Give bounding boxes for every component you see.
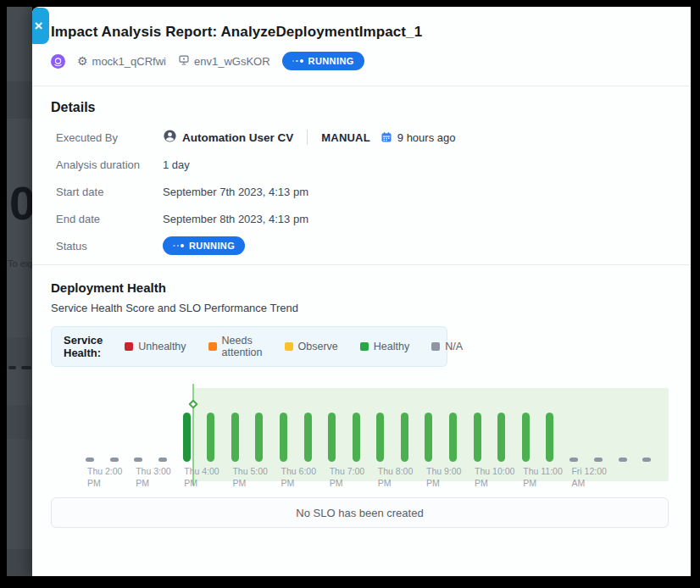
status-value: RUNNING — [163, 236, 245, 255]
end-date-value: September 8th 2023, 4:13 pm — [163, 213, 308, 225]
gear-icon: ⚙ — [77, 55, 88, 67]
x-axis-tick-label: Thu 5:00 PM — [232, 466, 267, 489]
start-date-row: Start date September 7th 2023, 4:13 pm — [51, 178, 669, 205]
legend-swatch — [125, 342, 133, 351]
user-avatar-icon — [163, 129, 177, 146]
details-heading: Details — [51, 100, 669, 115]
legend-item: Observe — [285, 341, 338, 352]
service-health-legend: Service Health: UnhealthyNeeds attention… — [51, 326, 447, 367]
executed-by-value: Automation User CV MANUAL 9 hours ago — [163, 129, 455, 146]
backdrop-band — [7, 81, 32, 119]
no-data-dash — [86, 458, 94, 462]
backdrop-band — [7, 405, 32, 439]
impact-analysis-drawer: × Impact Analysis Report: AnalyzeDeploym… — [32, 7, 691, 576]
page-backdrop: 0 To exp — [7, 7, 32, 576]
health-bar — [231, 413, 239, 462]
end-date-row: End date September 8th 2023, 4:13 pm — [51, 205, 669, 232]
x-axis-tick-label: Thu 7:00 PM — [330, 466, 364, 489]
end-date-label: End date — [56, 213, 163, 225]
legend-label: Needs attention — [222, 335, 263, 358]
legend-label: Unhealthy — [138, 341, 186, 352]
legend-swatch — [208, 342, 217, 351]
no-data-dash — [158, 458, 167, 462]
health-bar — [425, 413, 432, 462]
details-rows: Executed By Automation User CV MANUAL 9 … — [51, 124, 669, 259]
status-badge-label: RUNNING — [189, 241, 235, 251]
no-data-dash — [594, 458, 603, 462]
health-bar — [280, 413, 287, 462]
legend-item: Healthy — [360, 341, 409, 352]
backdrop-band — [7, 549, 32, 576]
health-bar — [304, 413, 312, 462]
impact-analysis-icon — [51, 54, 65, 69]
service-meta: ⚙ mock1_qCRfwi — [77, 55, 166, 68]
legend-label: N/A — [445, 341, 463, 352]
legend-items: UnhealthyNeeds attentionObserveHealthyN/… — [125, 335, 463, 358]
health-chart: Thu 2:00 PMThu 3:00 PMThu 4:00 PMThu 5:0… — [51, 377, 669, 491]
deployment-health-subtitle: Service Health Score and SLO Performance… — [51, 302, 669, 314]
x-axis-tick-label: Thu 8:00 PM — [378, 466, 413, 489]
legend-swatch — [431, 342, 440, 351]
details-section: Details Executed By Automation User CV M… — [32, 86, 691, 259]
no-data-dash — [619, 458, 627, 462]
health-bar — [546, 413, 553, 462]
service-name: mock1_qCRfwi — [92, 55, 166, 68]
page-title: Impact Analysis Report: AnalyzeDeploymen… — [51, 24, 669, 41]
drawer-header: Impact Analysis Report: AnalyzeDeploymen… — [32, 7, 691, 70]
screenshot-frame: 0 To exp × Impact Analysis Report: Analy… — [0, 0, 700, 588]
close-button[interactable]: × — [32, 8, 49, 44]
start-date-label: Start date — [56, 186, 163, 198]
executed-by-label: Executed By — [56, 131, 163, 144]
status-badge-label: RUNNING — [308, 56, 354, 66]
duration-row: Analysis duration 1 day — [51, 151, 669, 178]
no-data-dash — [569, 458, 578, 462]
health-bar — [207, 413, 214, 462]
x-axis-tick-label: Thu 3:00 PM — [136, 466, 170, 489]
running-dots-icon — [173, 244, 184, 247]
executed-by-user: Automation User CV — [182, 131, 293, 144]
legend-item: Unhealthy — [125, 341, 186, 352]
legend-swatch — [285, 342, 293, 351]
health-bar — [449, 413, 457, 462]
duration-label: Analysis duration — [56, 158, 163, 171]
no-data-dash — [642, 458, 651, 462]
environment-meta: env1_wGsKOR — [178, 54, 270, 69]
health-bar — [401, 413, 408, 462]
backdrop-number-fragment: 0 — [9, 180, 32, 227]
legend-item: N/A — [431, 341, 463, 352]
executed-time: 9 hours ago — [397, 131, 456, 144]
running-dots-icon — [292, 59, 303, 63]
x-axis-tick-label: Thu 9:00 PM — [426, 466, 461, 489]
start-date-value: September 7th 2023, 4:13 pm — [163, 186, 308, 198]
health-bar — [183, 413, 191, 462]
environment-icon — [178, 54, 190, 69]
legend-label: Healthy — [374, 341, 409, 352]
value-separator — [307, 130, 308, 145]
x-axis-tick-label: Fri 12:00 AM — [571, 466, 606, 489]
health-bar — [376, 413, 384, 462]
health-bar — [255, 413, 263, 462]
x-axis-tick-label: Thu 11:00 PM — [523, 466, 563, 489]
deployment-health-heading: Deployment Health — [51, 280, 669, 295]
no-data-dash — [110, 458, 119, 462]
legend-item: Needs attention — [208, 335, 263, 358]
x-axis-tick-label: Thu 4:00 PM — [184, 466, 219, 489]
legend-title: Service Health: — [64, 334, 103, 359]
slo-empty-box: No SLO has been created — [51, 497, 669, 528]
health-bar — [497, 413, 505, 462]
x-axis-tick-label: Thu 10:00 PM — [475, 466, 514, 489]
backdrop-band — [7, 337, 32, 368]
meta-row: ⚙ mock1_qCRfwi env1_wGsKOR RUNNING — [51, 52, 669, 70]
calendar-icon — [381, 131, 392, 143]
slo-empty-message: No SLO has been created — [296, 507, 423, 519]
health-bar — [353, 413, 360, 462]
status-row: Status RUNNING — [51, 232, 669, 259]
health-bar — [522, 413, 530, 462]
status-badge: RUNNING — [282, 52, 364, 70]
no-data-dash — [134, 458, 142, 462]
status-badge: RUNNING — [163, 236, 245, 255]
health-bar — [328, 413, 336, 462]
environment-name: env1_wGsKOR — [194, 55, 270, 68]
health-bar — [474, 413, 481, 462]
executed-by-row: Executed By Automation User CV MANUAL 9 … — [51, 124, 669, 151]
